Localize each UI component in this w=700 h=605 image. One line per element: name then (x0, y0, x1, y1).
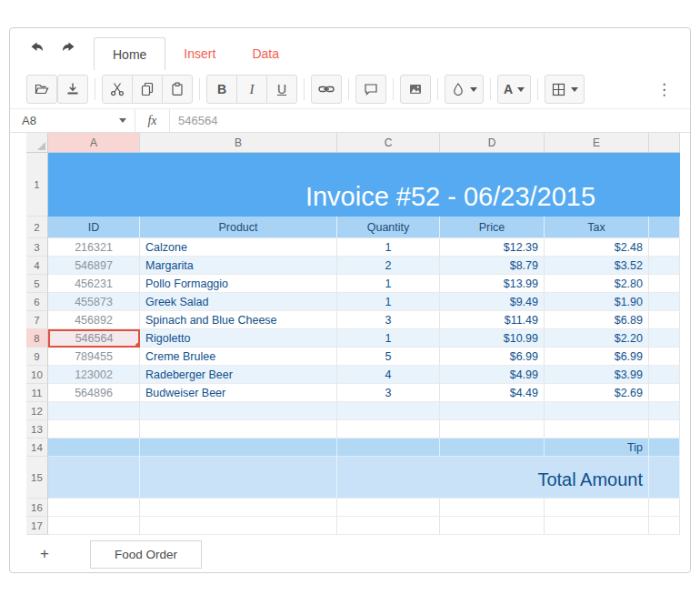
row-header-17[interactable]: 17 (26, 517, 48, 535)
cell-E9[interactable]: $6.99 (545, 348, 649, 366)
italic-button[interactable]: I (236, 75, 267, 104)
table-header-B2[interactable]: Product (140, 217, 337, 238)
cell-A17[interactable] (48, 517, 140, 535)
cell-B17[interactable] (140, 517, 337, 535)
cell-E12[interactable] (545, 402, 649, 420)
cell-E8[interactable]: $2.20 (545, 329, 649, 348)
cell-F13[interactable] (649, 420, 680, 439)
row-header-2[interactable]: 2 (26, 217, 48, 238)
cell-D4[interactable]: $8.79 (440, 257, 545, 275)
cell-A5[interactable]: 456231 (48, 275, 140, 293)
cell-B12[interactable] (140, 402, 337, 420)
cell-C8[interactable]: 1 (337, 329, 440, 348)
row-header-12[interactable]: 12 (26, 402, 48, 420)
cell-C14[interactable] (337, 439, 440, 457)
cell-D3[interactable]: $12.39 (440, 238, 545, 257)
tab-data[interactable]: Data (234, 37, 297, 70)
cell-A13[interactable] (48, 420, 140, 439)
cell-F2[interactable] (649, 217, 680, 238)
cell-E14-tip[interactable]: Tip (545, 439, 649, 457)
row-header-4[interactable]: 4 (26, 257, 48, 275)
table-header-A2[interactable]: ID (48, 217, 140, 238)
total-amount-cell[interactable]: Total Amount (337, 457, 649, 499)
cell-B15[interactable] (140, 457, 337, 499)
cell-E4[interactable]: $3.52 (545, 257, 649, 275)
copy-button[interactable] (132, 75, 163, 104)
cell-A16[interactable] (48, 499, 140, 517)
cell-B3[interactable]: Calzone (140, 238, 337, 257)
cell-F14[interactable] (649, 439, 680, 457)
cell-E3[interactable]: $2.48 (545, 238, 649, 257)
cell-F15[interactable] (649, 457, 680, 499)
table-header-E2[interactable]: Tax (545, 217, 649, 238)
cell-F9[interactable] (649, 348, 680, 366)
fill-color-dropdown[interactable] (445, 75, 484, 104)
cell-F17[interactable] (649, 517, 680, 535)
column-header-C[interactable]: C (337, 133, 440, 153)
cell-A15[interactable] (48, 457, 140, 499)
cell-A8[interactable]: 546564 (48, 329, 140, 348)
row-header-15[interactable]: 15 (26, 457, 48, 499)
row-header-13[interactable]: 13 (26, 420, 48, 439)
cell-B4[interactable]: Margarita (140, 257, 337, 275)
borders-dropdown[interactable] (545, 75, 585, 104)
tab-home[interactable]: Home (94, 37, 165, 70)
cut-button[interactable] (102, 75, 133, 104)
cell-E13[interactable] (545, 420, 649, 439)
add-sheet-button[interactable]: + (26, 540, 63, 569)
cell-C9[interactable]: 5 (337, 348, 440, 366)
link-button[interactable] (311, 75, 342, 104)
cell-D16[interactable] (440, 499, 545, 517)
cell-F7[interactable] (649, 311, 680, 329)
cell-C4[interactable]: 2 (337, 257, 440, 275)
cell-E11[interactable]: $2.69 (545, 384, 649, 402)
cell-E10[interactable]: $3.99 (545, 366, 649, 384)
column-header-D[interactable]: D (440, 133, 545, 153)
cell-F11[interactable] (649, 384, 680, 402)
cell-A3[interactable]: 216321 (48, 238, 140, 257)
cell-F6[interactable] (649, 293, 680, 311)
cell-A4[interactable]: 546897 (48, 257, 140, 275)
sheet-tab-food-order[interactable]: Food Order (90, 540, 202, 569)
column-header-A[interactable]: A (48, 133, 140, 153)
cell-C5[interactable]: 1 (337, 275, 440, 293)
cell-A6[interactable]: 455873 (48, 293, 140, 311)
invoice-title-cell[interactable]: Invoice #52 - 06/23/2015 (48, 153, 680, 217)
cell-C13[interactable] (337, 420, 440, 439)
undo-button[interactable] (26, 38, 48, 60)
row-header-9[interactable]: 9 (26, 348, 48, 366)
cell-B7[interactable]: Spinach and Blue Cheese (140, 311, 337, 329)
row-header-14[interactable]: 14 (26, 439, 48, 457)
cell-C6[interactable]: 1 (337, 293, 440, 311)
cell-E6[interactable]: $1.90 (545, 293, 649, 311)
row-header-16[interactable]: 16 (26, 499, 48, 517)
redo-button[interactable] (57, 38, 79, 60)
cell-A11[interactable]: 564896 (48, 384, 140, 402)
cell-F4[interactable] (649, 257, 680, 275)
cell-B13[interactable] (140, 420, 337, 439)
cell-B5[interactable]: Pollo Formaggio (140, 275, 337, 293)
cell-D13[interactable] (440, 420, 545, 439)
cell-D6[interactable]: $9.49 (440, 293, 545, 311)
cell-E5[interactable]: $2.80 (545, 275, 649, 293)
cell-C11[interactable]: 3 (337, 384, 440, 402)
cell-B14[interactable] (140, 439, 337, 457)
underline-button[interactable]: U (266, 75, 297, 104)
row-header-7[interactable]: 7 (26, 311, 48, 329)
cell-D7[interactable]: $11.49 (440, 311, 545, 329)
cell-A12[interactable] (48, 402, 140, 420)
cell-A9[interactable]: 789455 (48, 348, 140, 366)
cell-F8[interactable] (649, 329, 680, 348)
cell-F10[interactable] (649, 366, 680, 384)
cell-D5[interactable]: $13.99 (440, 275, 545, 293)
tab-insert[interactable]: Insert (165, 37, 234, 70)
toolbar-overflow-button[interactable]: ⋮ (651, 80, 677, 99)
bold-button[interactable]: B (206, 75, 237, 104)
cell-E17[interactable] (545, 517, 649, 535)
paste-button[interactable] (162, 75, 193, 104)
cell-B11[interactable]: Budweiser Beer (140, 384, 337, 402)
cell-F5[interactable] (649, 275, 680, 293)
cell-C3[interactable]: 1 (337, 238, 440, 257)
cell-D11[interactable]: $4.49 (440, 384, 545, 402)
formula-input[interactable]: 546564 (170, 109, 690, 132)
